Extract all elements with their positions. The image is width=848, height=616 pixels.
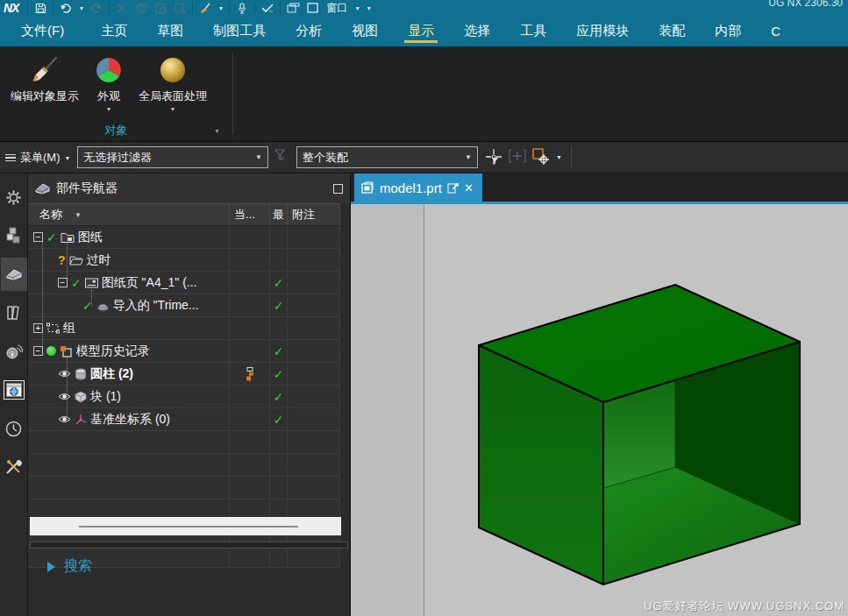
panel-splitter[interactable]: [30, 542, 348, 549]
paste-icon[interactable]: [153, 1, 167, 15]
dropdown-caret[interactable]: ▼: [170, 106, 176, 113]
title-bar: NX ▼ ▼ 窗口 ▼ ▼ UG NX 2306.30: [0, 0, 848, 16]
tree-item-label: 导入的 "Trime...: [113, 298, 199, 314]
visibility-eye-icon[interactable]: [58, 369, 71, 379]
tree-row-out-of-date[interactable]: ? 过时: [28, 249, 340, 272]
tree-row-block[interactable]: 块 (1) ✓: [28, 386, 340, 408]
tree-row-datum-csys[interactable]: 基准坐标系 (0) ✓: [28, 408, 340, 431]
collapse-toggle[interactable]: −: [33, 232, 43, 242]
tab-drafting-tools[interactable]: 制图工具: [204, 16, 274, 46]
tab-selection[interactable]: 选择: [455, 16, 499, 46]
tree-row-drawing[interactable]: − ✓ 图纸: [28, 226, 340, 249]
web-browser-icon[interactable]: [1, 373, 27, 407]
column-note[interactable]: 附注: [288, 204, 340, 225]
search-section-header[interactable]: 搜索: [47, 557, 92, 576]
redo-icon[interactable]: [89, 1, 103, 15]
edit-object-display-button[interactable]: 编辑对象显示: [4, 52, 86, 113]
snap-point-caret[interactable]: ▼: [556, 154, 562, 160]
undock-panel-button[interactable]: [333, 184, 343, 194]
undo-dropdown-caret[interactable]: ▼: [78, 5, 84, 11]
appearance-button[interactable]: 外观 ▼: [86, 52, 132, 113]
separator: [27, 2, 28, 14]
new-window-icon[interactable]: [305, 1, 319, 15]
visibility-eye-icon[interactable]: [58, 414, 71, 424]
selection-scope-dropdown[interactable]: 整个装配 ▼: [296, 146, 478, 168]
selection-filter-funnel-icon[interactable]: [274, 148, 288, 162]
up-to-date-check-icon: ✓: [274, 300, 284, 312]
tree-row-model-history[interactable]: − 模型历史记录 ✓: [28, 340, 340, 363]
help-info-icon[interactable]: i: [1, 335, 27, 368]
gesture-check-icon[interactable]: [260, 1, 274, 15]
document-tab-model1[interactable]: model1.prt ✕: [354, 173, 482, 202]
menu-label: 菜单(M): [20, 150, 61, 166]
collapse-toggle[interactable]: −: [58, 278, 68, 287]
datum-csys-icon: [75, 414, 87, 426]
group-label: 对象: [105, 123, 128, 138]
assembly-navigator-icon[interactable]: [1, 219, 27, 252]
paste-special-icon[interactable]: [173, 1, 187, 15]
scrollbar-thumb[interactable]: [79, 526, 298, 527]
tab-assemblies[interactable]: 装配: [650, 16, 694, 46]
tree-item-label: 组: [63, 321, 75, 336]
reuse-library-icon[interactable]: [1, 296, 27, 329]
tab-display[interactable]: 显示: [399, 16, 443, 46]
selection-filter-dropdown[interactable]: 无选择过滤器 ▼: [77, 146, 268, 168]
cascade-window-icon[interactable]: [286, 1, 300, 15]
collapse-toggle[interactable]: −: [33, 346, 43, 356]
part-navigator-icon[interactable]: [1, 258, 27, 291]
tab-tools[interactable]: 工具: [511, 16, 555, 46]
column-name[interactable]: 名称▼: [28, 204, 230, 225]
up-to-date-check-icon: ✓: [274, 345, 284, 358]
column-latest[interactable]: 最: [270, 204, 288, 225]
appearance-pie-icon: [95, 53, 123, 87]
green-box-solid-model[interactable]: [351, 202, 848, 616]
ribbon-body: 编辑对象显示 外观 ▼ 全局表面处理 ▼ 对象 ▼: [0, 48, 848, 142]
window-dropdown-caret[interactable]: ▼: [354, 5, 360, 11]
checked-icon: ✓: [46, 231, 57, 244]
window-menu[interactable]: 窗口: [326, 1, 347, 16]
tab-application[interactable]: 应用模块: [567, 16, 638, 46]
button-label: 编辑对象显示: [11, 89, 79, 104]
menu-button[interactable]: 菜单(M) ▼: [5, 147, 70, 168]
dropdown-caret[interactable]: ▼: [106, 106, 112, 113]
nx-application-window: NX ▼ ▼ 窗口 ▼ ▼ UG NX 2306.30 文件(F) 主页 草图 …: [0, 0, 848, 616]
process-tools-icon[interactable]: [1, 450, 27, 484]
tab-file[interactable]: 文件(F): [12, 16, 73, 46]
global-surface-finish-button[interactable]: 全局表面处理 ▼: [132, 52, 214, 113]
snap-filter-icon[interactable]: [485, 148, 502, 166]
tree-item-label: 模型历史记录: [76, 343, 150, 359]
tab-sketch[interactable]: 草图: [148, 16, 192, 46]
expand-toggle[interactable]: +: [33, 323, 43, 333]
column-current[interactable]: 当...: [230, 204, 270, 225]
tab-view[interactable]: 视图: [343, 16, 387, 46]
close-tab-icon[interactable]: ✕: [464, 181, 474, 195]
tab-clipped[interactable]: C: [762, 16, 789, 46]
microphone-icon[interactable]: [235, 1, 249, 15]
undo-icon[interactable]: [59, 1, 73, 15]
edit-display-brush-icon[interactable]: [198, 1, 212, 15]
tab-home[interactable]: 主页: [92, 16, 136, 46]
save-icon[interactable]: [33, 1, 47, 15]
tree-row-group[interactable]: + 组: [28, 317, 340, 340]
cut-icon[interactable]: [115, 1, 129, 15]
tree-row-sheet-a4[interactable]: − ✓ 图纸页 "A4_1" (... ✓: [28, 272, 340, 294]
tree-row-imported-body[interactable]: ✓ 导入的 "Trime... ✓: [28, 294, 340, 317]
quick-access-overflow-caret[interactable]: ▼: [366, 5, 372, 11]
tab-internal[interactable]: 内部: [706, 16, 750, 46]
bracket-snap-icon[interactable]: [509, 148, 526, 164]
selection-toolbar: 菜单(M) ▼ 无选择过滤器 ▼ 整个装配 ▼ ▼: [0, 142, 848, 173]
graphics-viewport[interactable]: UG爱好者论坛 WWW.UGSNX.COM: [351, 202, 848, 616]
horizontal-scrollbar[interactable]: [30, 517, 341, 535]
sheet-icon: [85, 278, 98, 288]
tree-item-label: 图纸: [78, 230, 103, 245]
settings-gear-icon[interactable]: [1, 181, 27, 214]
tab-analysis[interactable]: 分析: [287, 16, 331, 46]
copy-icon[interactable]: [134, 1, 148, 15]
tree-row-cylinder[interactable]: 圆柱 (2) ✓: [28, 363, 340, 386]
group-dialog-caret[interactable]: ▼: [214, 128, 220, 134]
history-clock-icon[interactable]: [1, 412, 27, 445]
visibility-eye-icon[interactable]: [58, 392, 71, 401]
snap-point-icon[interactable]: [532, 148, 552, 166]
brush-dropdown-caret[interactable]: ▼: [217, 5, 224, 11]
document-tab-label: model1.prt: [380, 181, 442, 195]
